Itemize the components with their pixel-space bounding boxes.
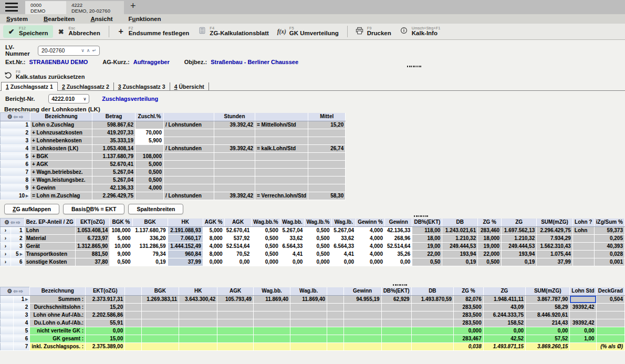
row-number[interactable]: 4 — [13, 319, 29, 327]
grid-cell[interactable]: 249.444,53 — [442, 243, 478, 251]
grid-cell[interactable] — [327, 335, 344, 343]
cell-bgk[interactable]: 1.269.383,11 — [141, 296, 179, 304]
grid-cell[interactable]: 5,000 — [203, 227, 224, 235]
cell-lohnstd[interactable] — [570, 311, 596, 319]
grid-cell[interactable]: 40,393 — [594, 243, 624, 251]
cell-stunden[interactable] — [214, 176, 255, 184]
cell-ekt[interactable]: 2.375.389,00 — [86, 343, 125, 351]
tab-uebersicht[interactable]: 4 Übersicht — [170, 82, 209, 90]
cell-bezeichnung[interactable]: Summen : — [30, 296, 86, 304]
cell-betrag[interactable]: 1.053.408,14 — [92, 145, 136, 153]
grid-cell[interactable] — [572, 258, 594, 266]
cell-summ[interactable]: 0,00 — [526, 327, 570, 335]
row-expand-chevron[interactable] — [1, 296, 14, 304]
cell-wbb[interactable] — [254, 319, 290, 327]
tab-zuschlagssatz-1[interactable]: 1 Zuschlagssatz 1 — [1, 82, 58, 91]
cell-ekt[interactable]: 15,20 — [86, 304, 125, 311]
cell-bezeichnung[interactable]: Transportkosten — [24, 251, 75, 258]
cell-mittel[interactable] — [308, 169, 346, 176]
cell-formula[interactable] — [255, 153, 308, 161]
cell-summ[interactable]: 8.446.920,61 — [526, 311, 570, 319]
grid-cell[interactable]: 18,000 — [478, 235, 502, 243]
row-expand-chevron[interactable]: › — [1, 243, 11, 251]
grid-cell[interactable] — [327, 304, 344, 311]
grid-cell[interactable]: 52.514,64 — [224, 243, 252, 251]
cell-betrag[interactable]: 1.137.680,79 — [92, 153, 136, 161]
cell-summ[interactable]: 3.869.260,15 — [526, 343, 570, 351]
cell-hk[interactable] — [179, 319, 217, 327]
cell-gewinn[interactable]: 94.955,19 — [343, 296, 381, 304]
cell-betrag[interactable]: 5.267,04 — [92, 169, 136, 176]
cell-summ[interactable]: 3.867.787,90 — [526, 296, 570, 304]
cell-formula[interactable] — [164, 153, 214, 161]
cell-bezeichnung[interactable]: Lohn o.Zuschlag — [30, 121, 92, 129]
gear-icon[interactable]: ⚙ — [7, 288, 12, 294]
grid-cell[interactable] — [572, 251, 594, 258]
grid-cell[interactable]: 0,00 — [331, 258, 356, 266]
cell-gewinn[interactable] — [343, 335, 381, 343]
grid-cell[interactable]: 70,52 — [224, 251, 252, 258]
cell-formula[interactable] — [164, 169, 214, 176]
cell-zuschl-prozent[interactable]: 0,500 — [136, 176, 164, 184]
grid-cell[interactable] — [327, 296, 344, 304]
cell-dbp[interactable] — [381, 343, 411, 351]
cell-formula[interactable]: / Lohnstunden — [164, 121, 214, 129]
cell-formula[interactable] — [255, 129, 308, 137]
endsumme-festlegen-button[interactable]: +F2Endsumme festlegen — [113, 25, 194, 38]
cell-mittel[interactable]: 58,30 — [308, 192, 346, 200]
cell-stunden[interactable] — [214, 137, 255, 145]
cell-agk[interactable] — [217, 343, 254, 351]
cell-deck[interactable] — [596, 311, 624, 319]
cell-stunden[interactable] — [214, 161, 255, 169]
grid-cell[interactable]: 6.564,33 — [280, 243, 305, 251]
cell-db[interactable] — [411, 311, 453, 319]
grid-cell[interactable]: 7.060,17 — [168, 235, 203, 243]
row-expand-chevron[interactable]: › — [1, 251, 11, 258]
grid-cell[interactable]: 22,00 — [412, 251, 442, 258]
cell-stunden[interactable]: 39.392,42 — [214, 145, 255, 153]
cell-deck[interactable] — [596, 319, 624, 327]
menu-item-bearbeiten[interactable]: Bearbeiten — [44, 16, 75, 22]
grid-cell[interactable]: 37,80 — [76, 258, 110, 266]
cell-zg[interactable]: 42,52 — [483, 335, 525, 343]
forward-arrow-icon[interactable]: ⇨ — [16, 220, 20, 225]
grid-cell[interactable]: 52.670,41 — [224, 227, 252, 235]
grid-cell[interactable]: 5.267,04 — [331, 227, 356, 235]
cell-wbb[interactable] — [254, 327, 290, 335]
cell-formula[interactable]: = Mittellohn/Std — [255, 121, 308, 129]
cell-mittel[interactable] — [308, 137, 346, 145]
grid-cell[interactable] — [125, 296, 142, 304]
grid-cell[interactable]: 0,000 — [305, 258, 331, 266]
row-number[interactable]: 1▶ — [13, 296, 29, 304]
cell-betrag[interactable]: 2.296.429,75 — [92, 192, 136, 200]
enter-icon[interactable]: ↵ — [92, 48, 96, 53]
back-arrow-icon[interactable]: ⇦ — [11, 220, 15, 225]
grid-cell[interactable]: 7.934,29 — [537, 235, 573, 243]
cell-bezeichnung[interactable]: Material — [24, 235, 75, 243]
grid-cell[interactable]: 0,500 — [252, 251, 280, 258]
forward-arrow-icon[interactable]: ⇨ — [19, 288, 23, 294]
cell-bezeichnung[interactable]: GK gesamt : — [30, 335, 86, 343]
window-tab-4222-demo[interactable]: 4222 DEMO, 20-02760 — [66, 1, 124, 14]
grid-cell[interactable]: 0,205 — [594, 235, 624, 243]
cell-agk[interactable] — [217, 311, 254, 319]
cell-zgp[interactable]: 0,038 — [454, 343, 484, 351]
cell-deck[interactable]: (% als Ø) — [596, 343, 624, 351]
cell-dbp[interactable] — [381, 327, 411, 335]
cell-db[interactable] — [411, 327, 453, 335]
cell-stunden[interactable]: 39.392,42 — [214, 192, 255, 200]
grid-cell[interactable]: 0,500 — [252, 227, 280, 235]
cell-lohnstd[interactable]: 39392,42 — [570, 319, 596, 327]
cell-zgp[interactable]: 283,500 — [454, 304, 484, 311]
cell-db[interactable] — [411, 304, 453, 311]
cell-mittel[interactable] — [308, 161, 346, 169]
grid-cell[interactable]: 4,000 — [356, 251, 385, 258]
grid-cell[interactable]: 268,96 — [384, 235, 412, 243]
row-expand-chevron[interactable] — [1, 304, 14, 311]
row-expand-chevron[interactable] — [1, 327, 14, 335]
grid-cell[interactable]: 33,62 — [331, 235, 356, 243]
grid-cell[interactable]: 37,99 — [168, 258, 203, 266]
grid-cell[interactable]: 33,62 — [280, 235, 305, 243]
row-number[interactable]: 5 — [1, 153, 30, 161]
grid-cell[interactable]: 59,373 — [594, 227, 624, 235]
